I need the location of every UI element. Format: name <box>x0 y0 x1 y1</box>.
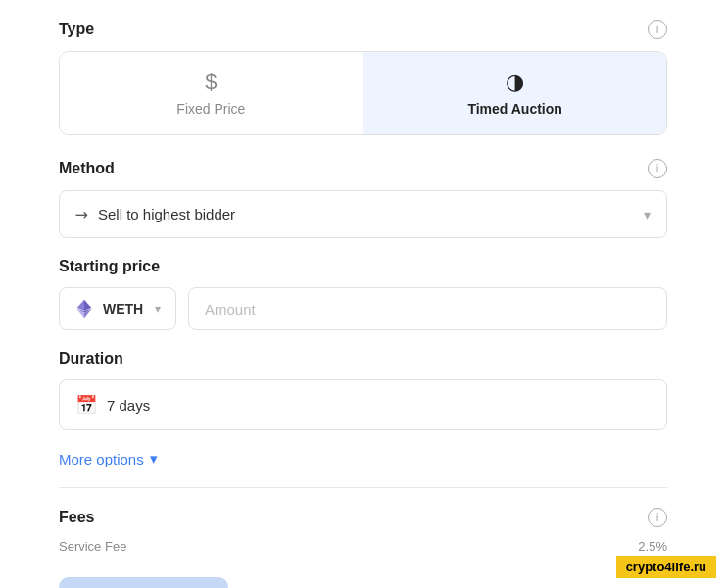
eth-icon <box>73 298 95 319</box>
fees-row: Service Fee 2.5% <box>59 539 667 554</box>
type-label: Type <box>59 21 94 38</box>
divider <box>59 487 667 488</box>
fees-section-header: Fees i <box>59 508 667 527</box>
watermark: crypto4life.ru <box>616 556 716 578</box>
starting-price-section: Starting price WETH ▾ <box>59 258 667 330</box>
method-dropdown[interactable]: ↗ Sell to highest bidder ▾ <box>59 190 667 238</box>
svg-marker-0 <box>77 300 84 311</box>
fees-section: Fees i Service Fee 2.5% <box>59 508 667 554</box>
duration-dropdown[interactable]: 📅 7 days <box>59 379 667 430</box>
svg-marker-1 <box>84 300 91 311</box>
method-chevron-icon: ▾ <box>644 207 651 222</box>
starting-price-label: Starting price <box>59 258 160 275</box>
currency-chevron-icon: ▾ <box>155 302 161 316</box>
type-timed-auction[interactable]: ◑ Timed Auction <box>363 52 666 134</box>
duration-label: Duration <box>59 350 123 368</box>
fees-info-icon[interactable]: i <box>648 508 667 527</box>
type-info-icon[interactable]: i <box>648 20 667 39</box>
amount-input[interactable] <box>188 287 667 330</box>
type-section-header: Type i <box>59 20 667 39</box>
duration-selected: 7 days <box>107 397 150 414</box>
type-selector: $ Fixed Price ◑ Timed Auction <box>59 51 667 135</box>
method-arrow-icon: ↗ <box>71 203 93 225</box>
service-fee-label: Service Fee <box>59 539 126 554</box>
duration-section: Duration 📅 7 days <box>59 350 667 430</box>
duration-header: Duration <box>59 350 667 368</box>
more-options-chevron-icon: ▾ <box>150 450 158 467</box>
starting-price-header: Starting price <box>59 258 667 275</box>
method-selected: Sell to highest bidder <box>98 206 235 222</box>
method-section: Method i ↗ Sell to highest bidder ▾ <box>59 159 667 238</box>
method-label: Method <box>59 160 115 177</box>
service-fee-value: 2.5% <box>638 539 667 554</box>
price-row: WETH ▾ <box>59 287 667 330</box>
timed-auction-label: Timed Auction <box>467 101 561 117</box>
dollar-icon: $ <box>205 70 217 95</box>
complete-listing-button[interactable]: Complete listing <box>59 577 228 588</box>
type-fixed-price[interactable]: $ Fixed Price <box>60 52 363 134</box>
method-info-icon[interactable]: i <box>648 159 667 178</box>
currency-label: WETH <box>103 301 143 317</box>
fees-label: Fees <box>59 509 94 526</box>
method-section-header: Method i <box>59 159 667 178</box>
more-options-label: More options <box>59 451 144 467</box>
fixed-price-label: Fixed Price <box>176 101 245 117</box>
calendar-icon: 📅 <box>75 394 97 416</box>
more-options[interactable]: More options ▾ <box>59 450 667 467</box>
method-dropdown-left: ↗ Sell to highest bidder <box>75 205 235 223</box>
clock-icon: ◑ <box>506 70 524 95</box>
currency-select[interactable]: WETH ▾ <box>59 287 176 330</box>
